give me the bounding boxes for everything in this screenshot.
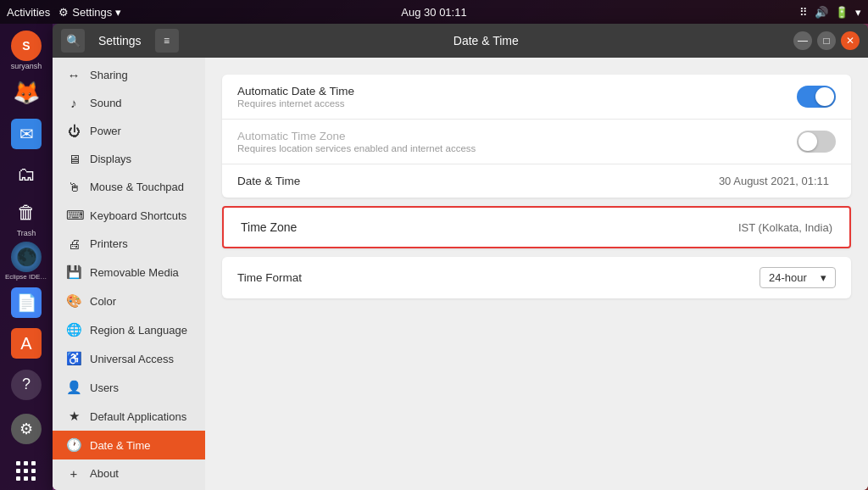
activities-button[interactable]: Activities <box>7 6 50 19</box>
taskbar-icon-settings[interactable]: ⚙ <box>6 411 47 448</box>
search-icon: 🔍 <box>66 34 81 47</box>
date-time-display-value: 30 August 2021, 01:11 <box>719 175 829 187</box>
taskbar-username-label: suryansh <box>11 63 42 71</box>
time-format-value: 24-hour <box>769 271 807 284</box>
sharing-icon: ↔ <box>66 68 81 82</box>
settings-search-button[interactable]: 🔍 <box>61 29 85 53</box>
users-icon: 👤 <box>66 380 81 395</box>
apps-grid-icon <box>16 461 36 482</box>
topbar: Activities ⚙ Settings ▾ Aug 30 01:11 ⠿ 🔊… <box>0 0 868 24</box>
sidebar-item-removable-media[interactable]: 💾 Removable Media <box>53 258 205 287</box>
sidebar-item-printers[interactable]: 🖨 Printers <box>53 230 205 258</box>
date-time-display-title: Date & Time <box>237 175 719 187</box>
hamburger-icon: ≡ <box>164 35 170 47</box>
mouse-icon: 🖱 <box>66 180 81 194</box>
region-icon: 🌐 <box>66 322 81 337</box>
auto-timezone-title: Automatic Time Zone <box>237 130 797 142</box>
sidebar-item-sound[interactable]: ♪ Sound <box>53 89 205 117</box>
taskbar-icon-eclipse[interactable]: 🌑 Eclipse IDE for Java Developer... <box>6 242 47 281</box>
sound-icon: ♪ <box>66 96 81 110</box>
taskbar-eclipse-label: Eclipse IDE for Java Developer... <box>5 274 47 281</box>
volume-icon[interactable]: 🔊 <box>815 6 828 19</box>
settings-topbar-icon: ⚙ <box>58 6 69 19</box>
taskbar-icon-help[interactable]: ? <box>6 367 47 404</box>
sidebar-item-color[interactable]: 🎨 Color <box>53 287 205 315</box>
default-apps-icon: ★ <box>66 409 81 424</box>
settings-topbar-arrow[interactable]: ▾ <box>115 6 121 19</box>
taskbar-icon-files[interactable]: 🗂 <box>6 157 47 194</box>
taskbar-icon-mail[interactable]: ✉ <box>6 115 47 153</box>
auto-date-time-info: Automatic Date & Time Requires internet … <box>237 85 797 109</box>
keyboard-icon: ⌨ <box>66 208 81 223</box>
displays-icon: 🖥 <box>66 152 81 166</box>
time-format-dropdown[interactable]: 24-hour ▾ <box>760 267 836 288</box>
dropdown-arrow-icon: ▾ <box>821 271 826 284</box>
sidebar-item-default-applications[interactable]: ★ Default Applications <box>53 402 205 431</box>
printers-icon: 🖨 <box>66 237 81 251</box>
main-content-area: Automatic Date & Time Requires internet … <box>205 58 868 490</box>
topbar-left: Activities ⚙ Settings ▾ <box>7 6 121 19</box>
settings-titlebar: 🔍 Settings ≡ Date & Time — □ ✕ <box>53 24 868 58</box>
sidebar-item-users[interactable]: 👤 Users <box>53 373 205 402</box>
window-controls: — □ ✕ <box>793 31 860 50</box>
timezone-row[interactable]: Time Zone IST (Kolkata, India) <box>222 206 851 248</box>
settings-sidebar: ↔ Sharing ♪ Sound ⏻ Power 🖥 Displays 🖱 <box>53 58 205 490</box>
settings-window: 🔍 Settings ≡ Date & Time — □ ✕ <box>53 24 868 490</box>
sidebar-item-universal-access[interactable]: ♿ Universal Access <box>53 344 205 373</box>
removable-media-icon: 💾 <box>66 264 81 280</box>
timezone-row-container: ➜ Time Zone IST (Kolkata, India) <box>222 206 851 248</box>
settings-hamburger-button[interactable]: ≡ <box>155 29 179 53</box>
timezone-row-title: Time Zone <box>241 220 738 234</box>
system-menu-arrow[interactable]: ▾ <box>855 6 861 19</box>
sidebar-item-about[interactable]: + About <box>53 459 205 487</box>
power-icon: ⏻ <box>66 124 81 138</box>
sidebar-item-power[interactable]: ⏻ Power <box>53 117 205 145</box>
toggle-knob-tz <box>798 132 817 151</box>
settings-body: ↔ Sharing ♪ Sound ⏻ Power 🖥 Displays 🖱 <box>53 58 868 490</box>
taskbar-apps-grid[interactable] <box>6 453 47 490</box>
time-format-title: Time Format <box>237 271 760 284</box>
time-format-row: Time Format 24-hour ▾ <box>222 257 851 298</box>
auto-date-time-toggle[interactable] <box>797 86 836 108</box>
sidebar-item-mouse-touchpad[interactable]: 🖱 Mouse & Touchpad <box>53 173 205 201</box>
auto-timezone-info: Automatic Time Zone Requires location se… <box>237 130 797 153</box>
auto-date-time-subtitle: Requires internet access <box>237 98 797 109</box>
auto-timezone-subtitle: Requires location services enabled and i… <box>237 143 797 153</box>
settings-indicator: ⚙ Settings ▾ <box>58 6 121 19</box>
auto-date-time-title: Automatic Date & Time <box>237 85 797 97</box>
taskbar-icon-appstore[interactable]: A <box>6 326 47 363</box>
about-icon: + <box>66 466 81 481</box>
app-container: Activities ⚙ Settings ▾ Aug 30 01:11 ⠿ 🔊… <box>0 0 868 490</box>
maximize-button[interactable]: □ <box>817 31 836 50</box>
settings-topbar-label: Settings <box>72 6 112 19</box>
time-format-group: Time Format 24-hour ▾ <box>222 257 851 298</box>
taskbar-icon-docs[interactable]: 📄 <box>6 285 47 322</box>
topbar-datetime: Aug 30 01:11 <box>401 6 466 19</box>
taskbar-icon-trash[interactable]: 🗑 Trash <box>6 198 47 238</box>
toggle-knob <box>815 87 834 106</box>
sidebar-item-date-time[interactable]: 🕐 Date & Time <box>53 431 205 459</box>
timezone-row-value: IST (Kolkata, India) <box>738 221 832 234</box>
date-time-display-info: Date & Time <box>237 175 719 187</box>
sidebar-item-sharing[interactable]: ↔ Sharing <box>53 61 205 89</box>
auto-settings-group: Automatic Date & Time Requires internet … <box>222 75 851 198</box>
network-icon[interactable]: ⠿ <box>799 6 808 19</box>
sidebar-item-displays[interactable]: 🖥 Displays <box>53 145 205 173</box>
sidebar-item-region-language[interactable]: 🌐 Region & Language <box>53 315 205 344</box>
taskbar-trash-label: Trash <box>17 230 36 238</box>
universal-access-icon: ♿ <box>66 351 81 366</box>
sidebar-item-keyboard-shortcuts[interactable]: ⌨ Keyboard Shortcuts <box>53 201 205 230</box>
taskbar-icon-firefox[interactable]: 🦊 <box>6 75 47 112</box>
date-time-icon: 🕐 <box>66 437 81 453</box>
taskbar: S suryansh 🦊 ✉ 🗂 🗑 Trash 🌑 Eclipse IDE f… <box>0 24 53 490</box>
dt-window-title: Date & Time <box>186 34 787 47</box>
taskbar-user-avatar[interactable]: S suryansh <box>6 31 47 71</box>
auto-timezone-row: Automatic Time Zone Requires location se… <box>222 120 851 164</box>
close-button[interactable]: ✕ <box>841 31 860 50</box>
color-icon: 🎨 <box>66 293 81 309</box>
auto-date-time-row: Automatic Date & Time Requires internet … <box>222 75 851 120</box>
auto-timezone-toggle[interactable] <box>797 131 836 153</box>
topbar-right: ⠿ 🔊 🔋 ▾ <box>799 6 861 19</box>
minimize-button[interactable]: — <box>793 31 812 50</box>
battery-icon[interactable]: 🔋 <box>835 6 849 19</box>
